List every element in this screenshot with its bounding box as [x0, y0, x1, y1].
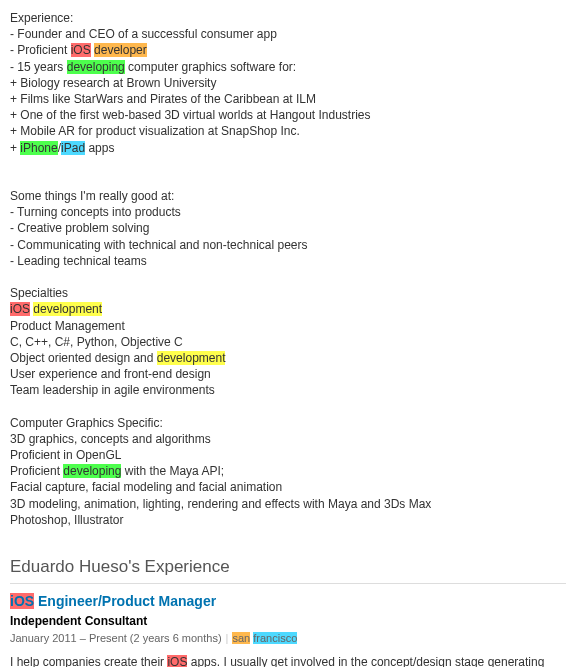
line: Object oriented design and development [10, 350, 566, 366]
good-at-label: Some things I'm really good at: [10, 188, 566, 204]
bullet: - Communicating with technical and non-t… [10, 237, 566, 253]
line: C, C++, C#, Python, Objective C [10, 334, 566, 350]
experience-label: Experience: [10, 10, 566, 26]
highlight-ios: iOS [71, 43, 91, 57]
bullet: + Biology research at Brown University [10, 75, 566, 91]
highlight-development: development [157, 351, 226, 365]
highlight-ios: iOS [167, 655, 187, 667]
highlight-developing: developing [63, 464, 121, 478]
highlight-francisco: francisco [253, 632, 297, 644]
divider [10, 583, 566, 584]
highlight-ios: iOS [10, 302, 30, 316]
job-dates-location: January 2011 – Present (2 years 6 months… [10, 631, 566, 646]
bullet: - Proficient iOS developer [10, 42, 566, 58]
job-entry: iOS Engineer/Product Manager Independent… [10, 592, 566, 667]
highlight-ios: iOS [10, 593, 34, 609]
specialties-label: Specialties [10, 285, 566, 301]
job-dates: January 2011 – Present (2 years 6 months… [10, 632, 222, 644]
line: iOS development [10, 301, 566, 317]
job-title-link[interactable]: iOS Engineer/Product Manager [10, 593, 216, 609]
highlight-development: development [33, 302, 102, 316]
bullet: + Films like StarWars and Pirates of the… [10, 91, 566, 107]
line: Proficient developing with the Maya API; [10, 463, 566, 479]
line: 3D graphics, concepts and algorithms [10, 431, 566, 447]
highlight-san: san [232, 632, 250, 644]
cg-label: Computer Graphics Specific: [10, 415, 566, 431]
highlight-developing: developing [67, 60, 125, 74]
line: Product Management [10, 318, 566, 334]
experience-section-heading: Eduardo Hueso's Experience [10, 556, 566, 579]
bullet: + iPhone/iPad apps [10, 140, 566, 156]
bullet: + One of the first web-based 3D virtual … [10, 107, 566, 123]
line: Proficient in OpenGL [10, 447, 566, 463]
line: Team leadership in agile environments [10, 382, 566, 398]
bullet: - Creative problem solving [10, 220, 566, 236]
line: User experience and front-end design [10, 366, 566, 382]
line: 3D modeling, animation, lighting, render… [10, 496, 566, 512]
bullet: - 15 years developing computer graphics … [10, 59, 566, 75]
bullet: + Mobile AR for product visualization at… [10, 123, 566, 139]
job-title: iOS Engineer/Product Manager [10, 592, 566, 611]
highlight-iphone: iPhone [20, 141, 57, 155]
job-description: I help companies create their iOS apps. … [10, 654, 566, 667]
bullet: - Founder and CEO of a successful consum… [10, 26, 566, 42]
summary-block: Experience: - Founder and CEO of a succe… [10, 10, 566, 528]
bullet: - Leading technical teams [10, 253, 566, 269]
highlight-developer: developer [94, 43, 147, 57]
line: Photoshop, Illustrator [10, 512, 566, 528]
company-name: Independent Consultant [10, 613, 566, 629]
line: Facial capture, facial modeling and faci… [10, 479, 566, 495]
highlight-ipad: iPad [61, 141, 85, 155]
pipe-separator: | [226, 632, 229, 644]
bullet: - Turning concepts into products [10, 204, 566, 220]
